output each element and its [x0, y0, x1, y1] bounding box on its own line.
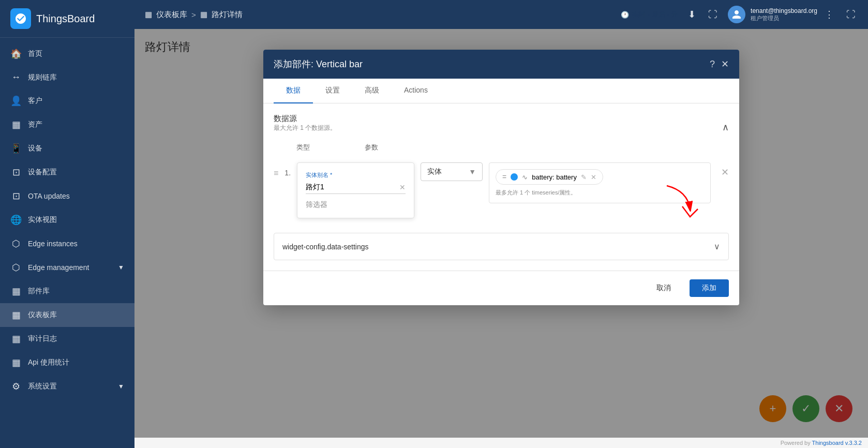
sidebar-item-home[interactable]: 🏠 首页 — [0, 42, 134, 66]
fullscreen-button[interactable]: ⛶ — [706, 7, 720, 22]
time-text: 实时 - 最后 - 分 — [632, 10, 678, 19]
modal-tabs: 数据 设置 高级 Actions — [263, 79, 739, 103]
column-headers: 类型 参数 — [274, 143, 729, 156]
user-email: tenant@thingsboard.org — [751, 7, 817, 14]
filter-label: 筛选器 — [306, 200, 406, 210]
nav-label-device-profiles: 设备配置 — [28, 168, 57, 177]
ota-icon: ⊡ — [10, 190, 22, 202]
tag-remove-icon[interactable]: ✕ — [591, 173, 596, 181]
nav-label-edge-instances: Edge instances — [28, 240, 78, 248]
sidebar-item-entity-views[interactable]: 🌐 实体视图 — [0, 208, 134, 232]
battery-tag: = ∿ battery: battery ✎ ✕ — [496, 169, 603, 185]
settings-arrow: ▼ — [118, 383, 124, 390]
footer-link[interactable]: Thingsboard v.3.3.2 — [812, 440, 862, 446]
section-collapse-icon[interactable]: ∧ — [722, 122, 729, 133]
sidebar-item-assets[interactable]: ▦ 资产 — [0, 113, 134, 137]
config-section-label: widget-config.data-settings — [282, 243, 369, 251]
modal-body: 数据源 最大允许 1 个数据源。 ∧ 类型 参数 ≡ 1. — [263, 103, 739, 271]
sidebar-item-device-profiles[interactable]: ⊡ 设备配置 — [0, 160, 134, 184]
datasource-section-header: 数据源 最大允许 1 个数据源。 ∧ — [274, 114, 729, 141]
footer: Powered by Thingsboard v.3.3.2 — [134, 438, 868, 448]
sidebar-item-devices[interactable]: 📱 设备 — [0, 137, 134, 160]
sidebar-item-ota[interactable]: ⊡ OTA updates — [0, 184, 134, 208]
sidebar-item-api-stats[interactable]: ▦ Api 使用统计 — [0, 351, 134, 375]
rules-icon: ↔ — [10, 72, 22, 83]
breadcrumb-dashboards[interactable]: 仪表板库 — [156, 10, 187, 20]
dashboard-area: 路灯详情 添加部件: Vertical bar ? ✕ 数据 设置 高级 Act… — [134, 29, 868, 438]
sidebar-nav: 🏠 首页 ↔ 规则链库 👤 客户 ▦ 资产 📱 设备 ⊡ 设备配置 ⊡ OTA … — [0, 38, 134, 448]
modal-close-icon[interactable]: ✕ — [721, 58, 729, 70]
nav-label-edge-management: Edge management — [28, 263, 89, 272]
logo-text: ThingsBoard — [36, 13, 95, 25]
download-button[interactable]: ⬇ — [686, 7, 698, 22]
alias-clear-icon[interactable]: ✕ — [399, 183, 406, 191]
topbar: ▦ 仪表板库 > ▦ 路灯详情 🕐 实时 - 最后 - 分 ⬇ ⛶ tenant… — [134, 0, 868, 29]
drag-handle-icon[interactable]: ≡ — [274, 169, 278, 178]
select-arrow-icon: ▼ — [469, 168, 476, 176]
sidebar: ThingsBoard 🏠 首页 ↔ 规则链库 👤 客户 ▦ 资产 📱 设备 ⊡… — [0, 0, 134, 448]
audit-icon: ▦ — [10, 333, 22, 345]
tag-edit-icon[interactable]: ✎ — [581, 173, 587, 181]
customers-icon: 👤 — [10, 95, 22, 107]
user-menu-button[interactable]: ⋮ — [822, 7, 836, 22]
entity-type-select[interactable]: 实体 ▼ — [421, 162, 483, 181]
devices-icon: 📱 — [10, 143, 22, 154]
modal-header: 添加部件: Vertical bar ? ✕ — [263, 50, 739, 79]
col-params-header: 参数 — [365, 143, 378, 152]
cancel-button[interactable]: 取消 — [644, 279, 683, 297]
modal-overlay: 添加部件: Vertical bar ? ✕ 数据 设置 高级 Actions — [134, 29, 868, 438]
nav-label-ota: OTA updates — [28, 192, 70, 200]
alias-label: 实体别名 * — [306, 171, 406, 179]
entity-type-label: 实体 — [427, 167, 442, 176]
tab-advanced[interactable]: 高级 — [352, 79, 392, 103]
param-tags: = ∿ battery: battery ✎ ✕ — [496, 169, 704, 185]
sidebar-item-widgets[interactable]: ▦ 部件库 — [0, 279, 134, 303]
sidebar-item-settings[interactable]: ⚙ 系统设置 ▼ — [0, 375, 134, 398]
tag-equals-icon: = — [502, 173, 506, 181]
nav-label-home: 首页 — [28, 49, 42, 58]
tab-actions[interactable]: Actions — [392, 79, 440, 103]
sidebar-item-audit[interactable]: ▦ 审计日志 — [0, 327, 134, 351]
sidebar-item-edge-instances[interactable]: ⬡ Edge instances — [0, 232, 134, 256]
tag-dot-indicator — [511, 173, 518, 181]
breadcrumb-detail[interactable]: 路灯详情 — [212, 10, 243, 20]
sidebar-item-customers[interactable]: 👤 客户 — [0, 89, 134, 113]
row-delete-icon[interactable]: ✕ — [721, 167, 729, 178]
tag-name: battery: battery — [532, 173, 577, 181]
datasource-title: 数据源 — [274, 114, 336, 124]
user-role: 租户管理员 — [751, 14, 817, 22]
modal-title: 添加部件: Vertical bar — [274, 58, 704, 70]
edge-management-icon: ⬡ — [10, 262, 22, 273]
breadcrumb-icon-dashboards: ▦ — [145, 10, 152, 19]
time-display: 🕐 实时 - 最后 - 分 — [621, 10, 678, 19]
add-button[interactable]: 添加 — [690, 279, 729, 297]
tab-settings[interactable]: 设置 — [313, 79, 352, 103]
tag-wave-icon: ∿ — [522, 173, 528, 181]
config-section-toggle-icon[interactable]: ∨ — [714, 242, 720, 251]
tab-data[interactable]: 数据 — [274, 79, 313, 103]
user-info: tenant@thingsboard.org 租户管理员 — [751, 7, 817, 22]
alias-input[interactable] — [306, 183, 396, 191]
widgets-icon: ▦ — [10, 286, 22, 297]
device-profiles-icon: ⊡ — [10, 167, 22, 178]
main-content: ▦ 仪表板库 > ▦ 路灯详情 🕐 实时 - 最后 - 分 ⬇ ⛶ tenant… — [134, 0, 868, 448]
breadcrumb-icon-detail: ▦ — [200, 10, 207, 19]
nav-label-customers: 客户 — [28, 96, 42, 106]
nav-label-assets: 资产 — [28, 120, 42, 129]
sidebar-item-edge-management[interactable]: ⬡ Edge management ▼ — [0, 256, 134, 279]
logo-icon — [10, 8, 31, 29]
breadcrumb-separator: > — [191, 10, 196, 19]
col-type-header: 类型 — [296, 143, 358, 152]
sidebar-item-rules[interactable]: ↔ 规则链库 — [0, 66, 134, 89]
edge-instances-icon: ⬡ — [10, 238, 22, 249]
nav-label-api-stats: Api 使用统计 — [28, 358, 69, 367]
modal-footer: 取消 添加 — [263, 271, 739, 305]
edge-management-arrow: ▼ — [118, 264, 124, 271]
sidebar-logo[interactable]: ThingsBoard — [0, 0, 134, 38]
sidebar-item-dashboards[interactable]: ▦ 仪表板库 — [0, 303, 134, 327]
nav-label-widgets: 部件库 — [28, 287, 50, 296]
datasource-row: ≡ 1. 实体别名 * ✕ 筛选器 — [274, 156, 729, 225]
nav-label-entity-views: 实体视图 — [28, 215, 57, 225]
help-icon[interactable]: ? — [710, 59, 715, 70]
expand-button[interactable]: ⛶ — [844, 7, 858, 22]
